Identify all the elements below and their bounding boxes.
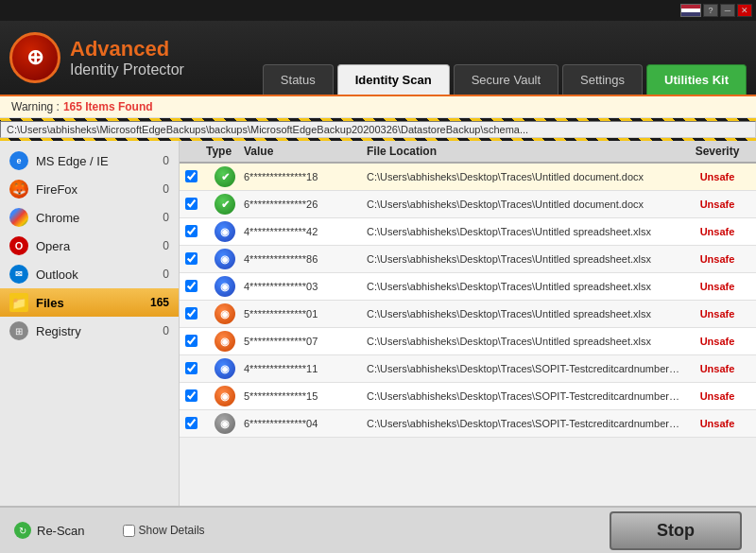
sidebar-label-firefox: FireFox [36, 182, 150, 197]
checkbox-4[interactable] [185, 280, 198, 292]
sidebar-count-registry: 0 [150, 324, 169, 337]
rescan-button[interactable]: ↻ Re-Scan [14, 522, 85, 539]
table-area: Type Value File Location Severity ✔ 6***… [180, 141, 756, 506]
checkbox-3[interactable] [185, 252, 198, 265]
tab-status[interactable]: Status [263, 64, 334, 95]
sidebar-item-ms-edge[interactable]: e MS Edge / IE 0 [0, 147, 179, 175]
table-row: ◉ 5**************01 C:\Users\abhisheks\D… [180, 301, 756, 328]
show-details-label[interactable]: Show Details [123, 524, 205, 537]
checkbox-9[interactable] [185, 417, 198, 429]
table-row: ✔ 6**************26 C:\Users\abhisheks\D… [180, 191, 756, 218]
row-type-5: ◉ [206, 303, 244, 324]
chrome-icon [9, 208, 28, 227]
row-fileloc-0: C:\Users\abhisheks\Desktop\Traces\Untitl… [367, 171, 684, 182]
app-logo: ⊕ [9, 32, 60, 83]
row-value-7: 4**************11 [244, 363, 367, 374]
row-checkbox-0[interactable] [185, 170, 206, 184]
warning-bar: Warning : 165 Items Found [0, 96, 756, 118]
checkbox-8[interactable] [185, 389, 198, 402]
sidebar-label-opera: Opera [36, 239, 150, 253]
title-bar: ? ─ ✕ [0, 0, 756, 21]
checkbox-7[interactable] [185, 362, 198, 374]
type-icon-4: ◉ [215, 276, 235, 297]
sidebar-count-chrome: 0 [150, 211, 169, 224]
type-icon-8: ◉ [215, 386, 235, 406]
firefox-icon: 🦊 [9, 180, 28, 199]
sidebar-item-registry[interactable]: ⊞ Registry 0 [0, 317, 179, 345]
row-value-5: 5**************01 [244, 308, 367, 320]
show-details-checkbox[interactable] [123, 525, 135, 537]
type-icon-6: ◉ [215, 331, 235, 352]
warning-count: 165 Items Found [63, 100, 153, 113]
row-checkbox-9[interactable] [185, 417, 206, 431]
registry-icon: ⊞ [9, 321, 28, 340]
sidebar-label-ms-edge: MS Edge / IE [36, 154, 150, 168]
row-fileloc-1: C:\Users\abhisheks\Desktop\Traces\Untitl… [367, 199, 684, 210]
help-button[interactable]: ? [703, 4, 718, 17]
row-type-6: ◉ [206, 331, 244, 352]
warning-prefix: Warning : [11, 100, 60, 113]
row-fileloc-5: C:\Users\abhisheks\Desktop\Traces\Untitl… [367, 308, 684, 320]
nav-tabs: Status Identity Scan Secure Vault Settin… [184, 21, 747, 95]
row-checkbox-8[interactable] [185, 389, 206, 404]
row-value-8: 5**************15 [244, 390, 367, 402]
sidebar-item-files[interactable]: 📁 Files 165 [0, 288, 179, 317]
row-fileloc-6: C:\Users\abhisheks\Desktop\Traces\Untitl… [367, 336, 684, 347]
row-fileloc-9: C:\Users\abhisheks\Desktop\Traces\SOPIT-… [367, 418, 684, 429]
show-details-text: Show Details [139, 524, 205, 537]
row-checkbox-6[interactable] [185, 335, 206, 349]
main-content: Warning : 165 Items Found C:\Users\abhis… [0, 96, 756, 553]
type-icon-2: ◉ [215, 221, 235, 242]
stop-button[interactable]: Stop [610, 511, 742, 550]
checkbox-5[interactable] [185, 307, 198, 320]
app-header: ⊕ Advanced Identity Protector Status Ide… [0, 21, 756, 96]
sidebar-item-firefox[interactable]: 🦊 FireFox 0 [0, 175, 179, 203]
row-checkbox-7[interactable] [185, 362, 206, 376]
row-checkbox-1[interactable] [185, 198, 206, 212]
row-type-9: ◉ [206, 413, 244, 434]
minimize-button[interactable]: ─ [720, 4, 735, 17]
close-button[interactable]: ✕ [737, 4, 752, 17]
path-bar-wrapper: C:\Users\abhisheks\MicrosoftEdgeBackups\… [0, 118, 756, 141]
tab-identity-scan[interactable]: Identity Scan [337, 64, 450, 95]
row-value-4: 4**************03 [244, 281, 367, 292]
ms-edge-icon: e [9, 151, 28, 170]
row-type-3: ◉ [206, 249, 244, 269]
row-checkbox-3[interactable] [185, 252, 206, 267]
sidebar-item-chrome[interactable]: Chrome 0 [0, 203, 179, 232]
row-type-1: ✔ [206, 194, 244, 215]
opera-icon: O [9, 236, 28, 255]
tab-settings[interactable]: Settings [562, 64, 643, 95]
tab-secure-vault[interactable]: Secure Vault [454, 64, 558, 95]
sidebar-count-opera: 0 [150, 239, 169, 252]
table-row: ◉ 4**************11 C:\Users\abhisheks\D… [180, 355, 756, 383]
checkbox-2[interactable] [185, 225, 198, 237]
sidebar-item-opera[interactable]: O Opera 0 [0, 232, 179, 260]
row-type-8: ◉ [206, 386, 244, 406]
row-checkbox-2[interactable] [185, 225, 206, 239]
th-fileloc: File Location [367, 145, 684, 158]
tab-utilities-kit[interactable]: Utilities Kit [646, 64, 747, 95]
app-title-sub: Identity Protector [70, 61, 184, 78]
flag-icon [680, 4, 701, 17]
sidebar-item-outlook[interactable]: ✉ Outlook 0 [0, 260, 179, 288]
checkbox-1[interactable] [185, 198, 198, 210]
type-icon-0: ✔ [215, 166, 235, 187]
checkbox-0[interactable] [185, 170, 198, 182]
outlook-icon: ✉ [9, 265, 28, 284]
row-fileloc-7: C:\Users\abhisheks\Desktop\Traces\SOPIT-… [367, 363, 684, 374]
row-type-2: ◉ [206, 221, 244, 242]
row-checkbox-5[interactable] [185, 307, 206, 321]
row-value-3: 4**************86 [244, 253, 367, 265]
checkbox-6[interactable] [185, 335, 198, 347]
row-fileloc-8: C:\Users\abhisheks\Desktop\Traces\SOPIT-… [367, 390, 684, 402]
table-row: ◉ 5**************07 C:\Users\abhisheks\D… [180, 328, 756, 355]
sidebar-count-files: 165 [150, 296, 169, 309]
type-icon-1: ✔ [215, 194, 235, 215]
row-value-9: 6**************04 [244, 418, 367, 429]
bottom-bar: ↻ Re-Scan Show Details Stop [0, 506, 756, 553]
row-value-0: 6**************18 [244, 171, 367, 182]
row-checkbox-4[interactable] [185, 280, 206, 294]
type-icon-3: ◉ [215, 249, 235, 269]
th-severity: Severity [684, 145, 750, 158]
